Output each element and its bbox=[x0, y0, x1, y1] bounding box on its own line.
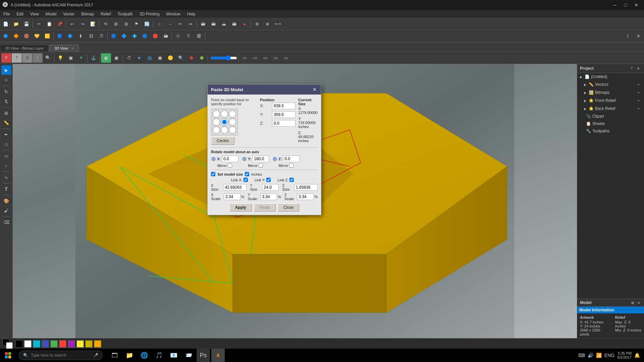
right-panel-close[interactable]: ✕ bbox=[635, 65, 641, 71]
tb-snap[interactable]: ⊞ bbox=[111, 19, 121, 29]
tb-save[interactable]: 💾 bbox=[21, 19, 32, 29]
y-rotate-input[interactable] bbox=[252, 156, 269, 162]
model-btn-1[interactable]: ⊞ bbox=[630, 300, 635, 305]
tool-rect[interactable]: ▭ bbox=[1, 151, 11, 161]
pos-bc[interactable] bbox=[221, 126, 228, 134]
close-button[interactable]: ✕ bbox=[631, 1, 641, 9]
z-rotate-input[interactable] bbox=[283, 156, 300, 162]
x-size-input[interactable] bbox=[223, 184, 247, 191]
tb-shape3[interactable]: 🟤 bbox=[21, 32, 32, 41]
tree-back-relief[interactable]: ▶ ⭐ Back Relief + bbox=[577, 105, 644, 113]
tb-undo[interactable]: ↩ bbox=[67, 19, 77, 29]
menu-window[interactable]: Window bbox=[163, 10, 184, 18]
vt-anchor[interactable]: ⚓ bbox=[89, 53, 99, 63]
x-pos-input[interactable] bbox=[272, 103, 296, 109]
tool-grid[interactable]: ⊞ bbox=[1, 108, 11, 118]
vectors-add-btn[interactable]: + bbox=[636, 82, 641, 87]
color-blue[interactable] bbox=[42, 340, 49, 348]
taskbar-app5[interactable]: 📧 bbox=[167, 349, 180, 362]
tray-icon-3[interactable]: 📶 bbox=[596, 353, 602, 358]
taskbar-task-view[interactable]: 🗔 bbox=[108, 349, 121, 362]
vt-rect1[interactable]: ▭ bbox=[239, 53, 250, 63]
dialog-close-button[interactable]: ✕ bbox=[312, 86, 318, 93]
centre-button[interactable]: Centre bbox=[211, 137, 234, 145]
tool-measure[interactable]: 📏 bbox=[1, 118, 11, 127]
y-mirror-checkbox[interactable] bbox=[259, 163, 263, 168]
tb-grid[interactable]: ⊞ bbox=[121, 19, 131, 29]
tb-node[interactable]: ⊕ bbox=[252, 19, 262, 29]
taskbar-search-box[interactable]: 🔍 Type here to search 🎤 bbox=[19, 351, 103, 360]
y-pos-input[interactable] bbox=[272, 111, 296, 118]
tree-vectors[interactable]: ▶ ✏️ Vectors + bbox=[577, 80, 644, 88]
tb-blue2[interactable]: 🔷 bbox=[65, 32, 75, 41]
dialog-close-btn[interactable]: Close bbox=[278, 203, 300, 212]
start-button[interactable] bbox=[0, 349, 16, 362]
vt-star[interactable]: ★ bbox=[134, 53, 144, 63]
clock[interactable]: 5:35 PM 5/1/2017 bbox=[617, 351, 632, 359]
vt-layers[interactable]: ▤ bbox=[145, 53, 155, 63]
canvas-area[interactable]: Paste 3D Model ✕ Point on model base to … bbox=[13, 64, 577, 338]
menu-file[interactable]: File bbox=[0, 10, 13, 18]
color-orange[interactable] bbox=[94, 340, 101, 348]
vt-plane2[interactable]: ▣ bbox=[111, 53, 121, 63]
tool-pen[interactable]: ✒ bbox=[1, 130, 11, 139]
tb-shape4[interactable]: 💛 bbox=[32, 32, 42, 41]
menu-toolpath[interactable]: Toolpath bbox=[114, 10, 136, 18]
tb-rotate-view[interactable]: 🔄 bbox=[142, 19, 152, 29]
menu-bitmap[interactable]: Bitmap bbox=[78, 10, 97, 18]
tab-3d-view[interactable]: 3D View ✕ bbox=[49, 45, 79, 52]
color-black[interactable] bbox=[15, 340, 23, 348]
pos-tl[interactable] bbox=[213, 110, 220, 118]
tb-cut[interactable]: ✂ bbox=[34, 19, 44, 29]
vt-rect4[interactable]: ▭ bbox=[271, 53, 281, 63]
menu-relief[interactable]: Relief bbox=[97, 10, 114, 18]
tb-flag[interactable]: ⚑ bbox=[131, 19, 142, 29]
tree-front-relief[interactable]: ▶ ⭐ Front Relief + bbox=[577, 97, 644, 105]
tb-dots[interactable]: ⠿ bbox=[183, 32, 194, 41]
vt-side[interactable]: S bbox=[22, 53, 32, 63]
pos-ml[interactable] bbox=[213, 118, 220, 126]
link-x-checkbox[interactable] bbox=[244, 178, 248, 182]
pos-tr[interactable] bbox=[229, 110, 236, 118]
y-size-input[interactable] bbox=[262, 184, 279, 191]
tb-arrow[interactable]: → bbox=[165, 19, 175, 29]
tool-brush[interactable]: 🖌 bbox=[1, 206, 11, 215]
vt-rect3[interactable]: ▭ bbox=[260, 53, 270, 63]
tb-new[interactable]: 📄 bbox=[1, 19, 11, 29]
pos-bl[interactable] bbox=[213, 126, 220, 134]
vt-search[interactable]: 🔍 bbox=[176, 53, 186, 63]
color-gold[interactable] bbox=[85, 340, 93, 348]
z-mirror-checkbox[interactable] bbox=[289, 163, 293, 168]
color-yellow[interactable] bbox=[76, 340, 84, 348]
menu-model[interactable]: Model bbox=[42, 10, 60, 18]
fg-bg-color-pair[interactable] bbox=[3, 339, 13, 349]
tb-chain[interactable]: ⛓ bbox=[86, 32, 96, 41]
vt-paint2[interactable]: ⬟ bbox=[197, 53, 207, 63]
model-btn-2[interactable]: ✕ bbox=[636, 300, 641, 305]
vt-grad[interactable]: ▣ bbox=[155, 53, 165, 63]
pos-mr[interactable] bbox=[229, 118, 236, 126]
tree-clipart[interactable]: 📎 Clipart bbox=[577, 113, 644, 120]
taskbar-file-explorer[interactable]: 📁 bbox=[123, 349, 136, 362]
tb-close-view[interactable]: ✕ bbox=[633, 32, 643, 41]
menu-view[interactable]: View bbox=[27, 10, 42, 18]
tool-eraser[interactable]: ⌫ bbox=[1, 218, 11, 227]
tb-relief3[interactable]: ⛰ bbox=[219, 19, 229, 29]
tree-bitmaps[interactable]: ▶ 🖼️ Bitmaps + bbox=[577, 88, 644, 97]
color-red[interactable] bbox=[59, 340, 66, 348]
background-color[interactable] bbox=[6, 342, 13, 349]
tb-node2[interactable]: ⊕ bbox=[262, 19, 272, 29]
tb-redo[interactable]: ↪ bbox=[77, 19, 88, 29]
tb-connect[interactable]: ⟷ bbox=[273, 19, 283, 29]
tb-notes[interactable]: 📝 bbox=[88, 19, 98, 29]
tb-add[interactable]: ➕ bbox=[173, 32, 183, 41]
vt-paint[interactable]: ▼ bbox=[76, 53, 86, 63]
tb-web[interactable]: 🕸 bbox=[194, 32, 204, 41]
tb-blue4[interactable]: 🔷 bbox=[119, 32, 129, 41]
color-purple[interactable] bbox=[68, 340, 75, 348]
right-panel-help[interactable]: ? bbox=[629, 65, 635, 71]
tb-relief2[interactable]: 🏔 bbox=[208, 19, 218, 29]
menu-3dprinting[interactable]: 3D Printing bbox=[136, 10, 163, 18]
vt-zoom[interactable]: 🔍 bbox=[43, 53, 53, 63]
vt-red[interactable]: ⬟ bbox=[186, 53, 196, 63]
